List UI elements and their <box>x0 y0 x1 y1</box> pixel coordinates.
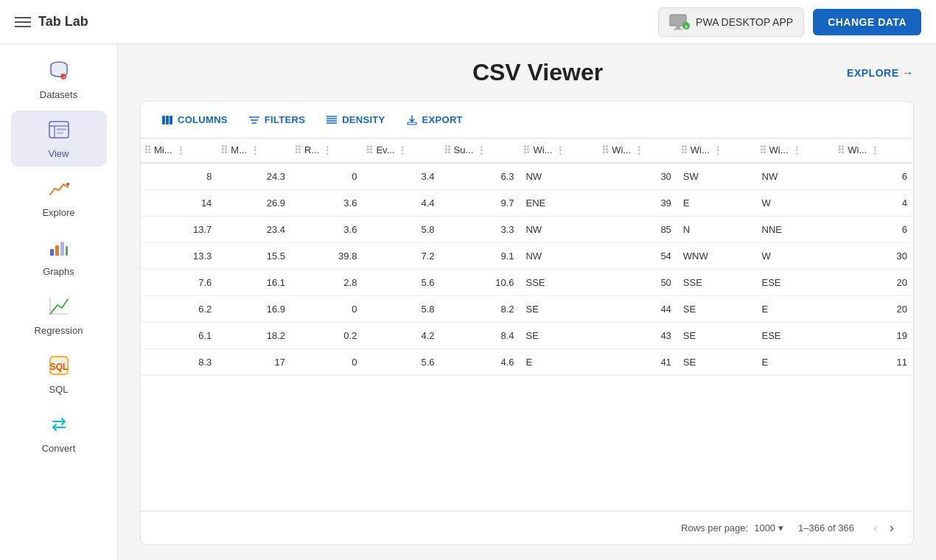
table-cell: 9.7 <box>441 189 520 216</box>
sidebar-item-view[interactable]: View <box>11 111 107 167</box>
next-page-button[interactable]: › <box>885 519 898 537</box>
col-name: Mi... <box>154 144 172 155</box>
hamburger-menu-icon[interactable] <box>15 17 31 27</box>
table-row: 13.723.43.65.83.3NW85NNNE6 <box>141 216 913 242</box>
svg-rect-21 <box>162 116 165 125</box>
col-menu-icon[interactable]: ⋮ <box>250 144 260 156</box>
column-header-col5[interactable]: ⠿ Wi... ⋮ <box>520 139 598 163</box>
column-header-col1[interactable]: ⠿ M... ⋮ <box>217 139 291 163</box>
table-cell: 0 <box>291 295 363 322</box>
table-cell: 5.6 <box>363 349 440 375</box>
table-cell: 8.4 <box>441 322 520 349</box>
col-menu-icon[interactable]: ⋮ <box>555 144 565 156</box>
table-cell: SE <box>520 322 598 349</box>
table-cell: 5.8 <box>363 295 440 322</box>
table-cell: 9.1 <box>441 242 520 269</box>
rows-per-page-select[interactable]: 1000 ▾ <box>754 522 783 533</box>
prev-page-button[interactable]: ‹ <box>869 519 882 537</box>
explore-link-label: EXPLORE <box>847 67 898 79</box>
table-cell: W <box>756 242 835 269</box>
col-menu-icon[interactable]: ⋮ <box>322 144 332 156</box>
table-cell: 3.4 <box>363 163 440 190</box>
column-header-col2[interactable]: ⠿ R... ⋮ <box>291 139 363 163</box>
col-name: Wi... <box>848 144 867 155</box>
col-menu-icon[interactable]: ⋮ <box>792 144 802 156</box>
svg-rect-22 <box>166 116 169 125</box>
sidebar-sql-label: SQL <box>49 384 68 395</box>
col-menu-icon[interactable]: ⋮ <box>870 144 880 156</box>
svg-rect-11 <box>57 132 63 134</box>
columns-button[interactable]: COLUMNS <box>153 109 237 130</box>
sidebar-item-convert[interactable]: Convert <box>11 405 107 461</box>
table-cell: SE <box>677 295 756 322</box>
table-cell: NW <box>520 216 598 242</box>
pwa-desktop-button[interactable]: + PWA DESKTOP APP <box>658 7 804 37</box>
table-cell: 20 <box>834 269 913 295</box>
table-cell: E <box>677 189 756 216</box>
table-cell: 3.6 <box>291 189 363 216</box>
sidebar-item-graphs[interactable]: Graphs <box>11 228 107 284</box>
density-icon <box>326 113 338 126</box>
table-cell: 18.2 <box>217 322 291 349</box>
column-header-col4[interactable]: ⠿ Su... ⋮ <box>441 139 520 163</box>
filters-label: FILTERS <box>265 114 305 125</box>
col-menu-icon[interactable]: ⋮ <box>713 144 723 156</box>
table-cell: 6 <box>834 216 913 242</box>
table-row: 7.616.12.85.610.6SSE50SSEESE20 <box>141 269 913 295</box>
explore-arrow-icon: → <box>902 66 915 80</box>
col-drag-icon: ⠿ <box>144 144 151 156</box>
column-header-col9[interactable]: ⠿ Wi... ⋮ <box>834 139 913 163</box>
table-cell: 6.1 <box>141 322 217 349</box>
table-cell: SE <box>677 349 756 375</box>
sql-icon: SQL <box>47 354 71 381</box>
table-cell: NW <box>520 242 598 269</box>
svg-rect-10 <box>57 128 66 130</box>
export-button[interactable]: EXPORT <box>397 109 472 130</box>
table-cell: SSE <box>520 269 598 295</box>
col-menu-icon[interactable]: ⋮ <box>397 144 408 156</box>
columns-label: COLUMNS <box>178 114 228 125</box>
column-header-col6[interactable]: ⠿ Wi... ⋮ <box>598 139 677 163</box>
pwa-btn-label: PWA DESKTOP APP <box>696 16 793 28</box>
rows-per-page-value: 1000 <box>754 522 775 533</box>
change-data-button[interactable]: CHANGE DATA <box>813 9 921 35</box>
col-menu-icon[interactable]: ⋮ <box>476 144 486 156</box>
col-menu-icon[interactable]: ⋮ <box>634 144 644 156</box>
svg-rect-15 <box>60 242 64 256</box>
column-header-col7[interactable]: ⠿ Wi... ⋮ <box>677 139 756 163</box>
column-header-col3[interactable]: ⠿ Ev... ⋮ <box>363 139 440 163</box>
column-header-col0[interactable]: ⠿ Mi... ⋮ <box>141 139 217 163</box>
table-cell: 43 <box>598 322 677 349</box>
explore-link[interactable]: EXPLORE → <box>847 66 914 80</box>
table-cell: 39 <box>598 189 677 216</box>
table-cell: SE <box>677 322 756 349</box>
export-label: EXPORT <box>422 114 463 125</box>
table-cell: ENE <box>520 189 598 216</box>
sidebar-item-sql[interactable]: SQL SQL <box>11 346 107 402</box>
sidebar-item-explore[interactable]: Explore <box>11 169 107 225</box>
table-cell: 50 <box>598 269 677 295</box>
col-drag-icon: ⠿ <box>523 144 530 156</box>
table-cell: 85 <box>598 216 677 242</box>
main-content: CSV Viewer EXPLORE → COLUMN <box>118 44 936 560</box>
table-cell: 44 <box>598 295 677 322</box>
table-container: COLUMNS FILTERS <box>140 101 914 545</box>
regression-icon <box>47 295 71 322</box>
column-header-col8[interactable]: ⠿ Wi... ⋮ <box>756 139 835 163</box>
col-drag-icon: ⠿ <box>220 144 228 156</box>
col-name: Ev... <box>376 144 394 155</box>
sidebar-item-datasets[interactable]: Datasets <box>11 52 107 108</box>
topbar-left: Tab Lab <box>15 14 88 29</box>
col-drag-icon: ⠿ <box>759 144 766 156</box>
table-cell: NW <box>756 163 835 190</box>
svg-text:SQL: SQL <box>49 362 68 372</box>
table-cell: 7.6 <box>141 269 217 295</box>
table-scroll[interactable]: ⠿ Mi... ⋮ ⠿ M... ⋮ ⠿ R... ⋮ ⠿ Ev... ⋮ ⠿ <box>141 139 913 511</box>
table-cell: 10.6 <box>441 269 520 295</box>
svg-rect-1 <box>676 27 680 29</box>
sidebar-item-regression[interactable]: Regression <box>11 287 107 343</box>
table-cell: 13.3 <box>141 242 217 269</box>
density-button[interactable]: DENSITY <box>317 109 394 130</box>
filters-button[interactable]: FILTERS <box>240 109 314 130</box>
col-menu-icon[interactable]: ⋮ <box>175 144 186 156</box>
